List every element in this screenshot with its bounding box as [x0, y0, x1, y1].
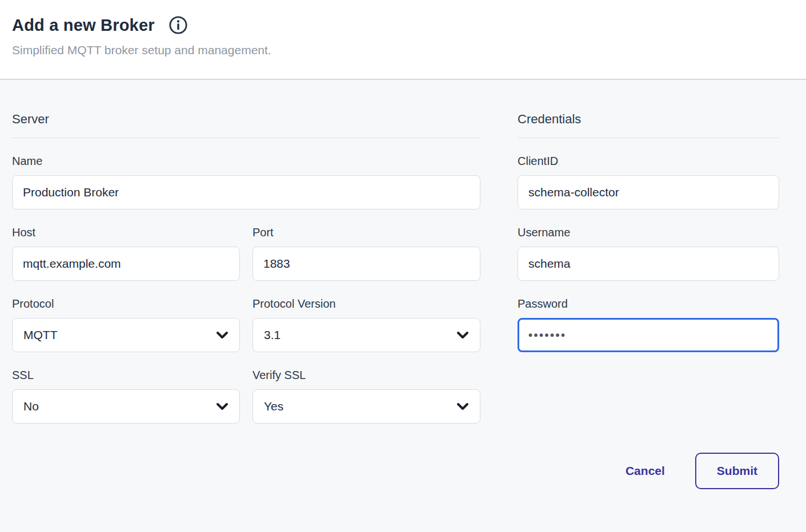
- name-label: Name: [12, 155, 480, 168]
- submit-button[interactable]: Submit: [695, 453, 779, 489]
- host-label: Host: [12, 226, 240, 239]
- protocol-version-select[interactable]: 3.1: [252, 318, 480, 352]
- credentials-section-title: Credentials: [518, 112, 779, 127]
- username-input[interactable]: [518, 247, 779, 281]
- broker-form: Server Name Host Port Protocol MQTT: [0, 80, 806, 489]
- info-icon[interactable]: [169, 15, 188, 35]
- credentials-section: Credentials ClientID Username Password C…: [518, 112, 779, 489]
- name-field-group: Name: [12, 155, 480, 209]
- verify-ssl-select-value: Yes: [264, 400, 283, 413]
- page-title: Add a new Broker: [12, 16, 155, 35]
- port-label: Port: [252, 226, 480, 239]
- client-id-label: ClientID: [518, 155, 779, 168]
- ssl-select[interactable]: No: [12, 389, 240, 424]
- server-section-title: Server: [12, 112, 480, 127]
- protocol-label: Protocol: [12, 297, 240, 311]
- chevron-down-icon: [456, 328, 469, 342]
- ssl-label: SSL: [12, 369, 240, 382]
- protocol-select-value: MQTT: [23, 328, 57, 342]
- ssl-select-value: No: [23, 400, 39, 413]
- host-input[interactable]: [12, 247, 240, 281]
- password-field-group: Password: [518, 297, 779, 352]
- server-section: Server Name Host Port Protocol MQTT: [12, 112, 480, 489]
- verify-ssl-label: Verify SSL: [252, 369, 480, 382]
- username-field-group: Username: [518, 226, 779, 281]
- form-actions: Cancel Submit: [518, 453, 779, 489]
- name-input[interactable]: [12, 175, 480, 209]
- page-header: Add a new Broker Simplified MQTT broker …: [0, 0, 806, 80]
- protocol-version-field-group: Protocol Version 3.1: [252, 297, 480, 352]
- cancel-button[interactable]: Cancel: [625, 464, 665, 478]
- page-subtitle: Simplified MQTT broker setup and managem…: [12, 43, 794, 57]
- verify-ssl-field-group: Verify SSL Yes: [252, 369, 480, 424]
- credentials-section-divider: [518, 138, 779, 138]
- protocol-version-select-value: 3.1: [264, 328, 280, 342]
- password-input[interactable]: [518, 318, 779, 352]
- host-field-group: Host: [12, 226, 240, 281]
- server-section-divider: [12, 138, 480, 138]
- client-id-input[interactable]: [518, 175, 779, 209]
- protocol-field-group: Protocol MQTT: [12, 297, 240, 352]
- chevron-down-icon: [216, 400, 228, 413]
- protocol-select[interactable]: MQTT: [12, 318, 240, 352]
- verify-ssl-select[interactable]: Yes: [252, 389, 480, 424]
- port-field-group: Port: [252, 226, 480, 281]
- port-input[interactable]: [252, 247, 480, 281]
- username-label: Username: [518, 226, 779, 239]
- protocol-version-label: Protocol Version: [252, 297, 480, 311]
- password-label: Password: [518, 297, 779, 311]
- ssl-field-group: SSL No: [12, 369, 240, 424]
- chevron-down-icon: [216, 328, 228, 342]
- client-id-field-group: ClientID: [518, 155, 779, 209]
- chevron-down-icon: [456, 400, 469, 413]
